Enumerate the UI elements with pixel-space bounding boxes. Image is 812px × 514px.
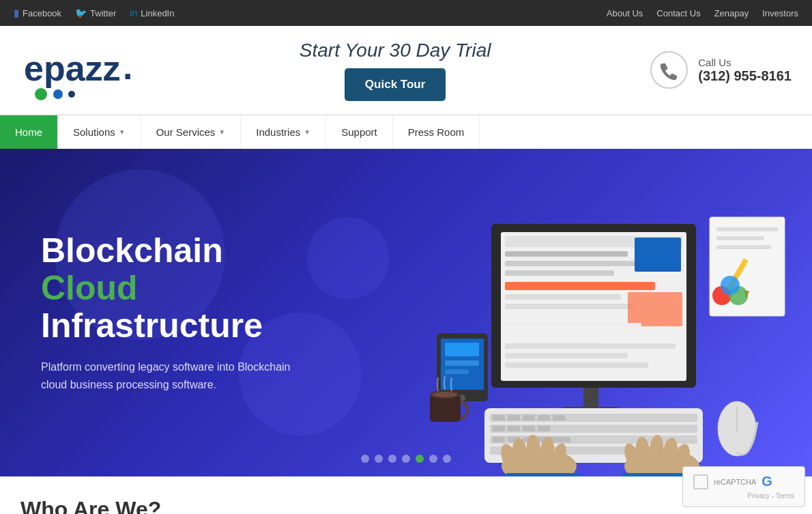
svg-rect-15 (505, 294, 621, 300)
facebook-label: Facebook (23, 8, 61, 18)
svg-point-2 (35, 88, 47, 100)
contact-us-link[interactable]: Contact Us (656, 8, 700, 18)
svg-rect-46 (538, 426, 550, 431)
site-header: epazz . Start Your 30 Day Trial Quick To… (0, 26, 812, 115)
call-label: Call Us (698, 57, 792, 68)
carousel-dots (361, 455, 451, 463)
top-bar: ▮ Facebook 🐦 Twitter in LinkedIn About U… (0, 0, 812, 26)
who-title: Who Are We? (20, 497, 792, 514)
hero-illustration (403, 162, 812, 476)
svg-rect-5 (583, 388, 598, 408)
svg-rect-23 (505, 362, 648, 368)
svg-rect-12 (505, 270, 614, 276)
carousel-dot-1[interactable] (361, 455, 369, 463)
svg-rect-27 (716, 245, 771, 249)
svg-point-74 (433, 392, 457, 397)
hero-title: Blockchain Cloud Infrastructure (41, 232, 328, 345)
svg-text:epazz: epazz (24, 48, 121, 88)
svg-rect-41 (538, 415, 550, 420)
svg-rect-70 (445, 369, 469, 374)
svg-rect-40 (523, 415, 535, 420)
phone-icon (650, 51, 688, 89)
twitter-icon: 🐦 (75, 8, 87, 18)
svg-point-3 (53, 89, 63, 99)
investors-link[interactable]: Investors (762, 8, 798, 18)
facebook-icon: ▮ (14, 8, 19, 18)
hero-section: Blockchain Cloud Infrastructure Platform… (0, 149, 812, 476)
nav-home[interactable]: Home (0, 115, 58, 149)
nav-our-services[interactable]: Our Services ▼ (141, 115, 242, 149)
svg-rect-21 (505, 343, 676, 349)
svg-rect-20 (505, 332, 600, 337)
header-cta: Start Your 30 Day Trial Quick Tour (300, 40, 491, 101)
carousel-dot-4[interactable] (402, 455, 410, 463)
svg-rect-34 (490, 414, 697, 422)
svg-rect-45 (523, 426, 535, 431)
nav-press-room[interactable]: Press Room (393, 115, 480, 149)
quick-tour-button[interactable]: Quick Tour (345, 68, 446, 101)
recaptcha-text: reCAPTCHA (714, 478, 756, 486)
svg-rect-69 (445, 360, 479, 366)
svg-rect-10 (505, 251, 628, 257)
industries-arrow: ▼ (304, 128, 310, 136)
recaptcha-checkbox[interactable] (693, 474, 708, 489)
svg-rect-43 (493, 426, 505, 431)
svg-rect-68 (445, 343, 479, 356)
recaptcha-widget: reCAPTCHA G Privacy - Terms (682, 466, 805, 507)
twitter-label: Twitter (90, 8, 116, 18)
logo-area[interactable]: epazz . (20, 33, 140, 108)
svg-rect-25 (716, 227, 778, 231)
svg-rect-19 (505, 323, 641, 328)
svg-rect-16 (505, 304, 635, 309)
recaptcha-subtext: Privacy - Terms (693, 492, 794, 500)
svg-rect-11 (505, 261, 641, 266)
phone-number: (312) 955-8161 (698, 68, 792, 84)
about-us-link[interactable]: About Us (607, 8, 643, 18)
svg-rect-58 (505, 473, 580, 476)
social-links: ▮ Facebook 🐦 Twitter in LinkedIn (14, 8, 174, 18)
svg-text:.: . (123, 47, 132, 87)
main-nav: Home Solutions ▼ Our Services ▼ Industri… (0, 115, 812, 149)
svg-rect-13 (635, 238, 681, 272)
nav-solutions[interactable]: Solutions ▼ (58, 115, 141, 149)
svg-rect-17 (628, 292, 682, 326)
carousel-dot-5[interactable] (416, 455, 424, 463)
hero-content: Blockchain Cloud Infrastructure Platform… (0, 232, 328, 393)
svg-rect-38 (493, 415, 505, 420)
solutions-arrow: ▼ (119, 128, 126, 136)
svg-rect-18 (505, 314, 607, 319)
recaptcha-logo: G (762, 474, 772, 489)
svg-rect-14 (505, 282, 655, 290)
nav-support[interactable]: Support (326, 115, 393, 149)
svg-rect-47 (493, 437, 505, 442)
nav-industries[interactable]: Industries ▼ (241, 115, 326, 149)
svg-rect-22 (505, 353, 628, 358)
carousel-dot-6[interactable] (429, 455, 437, 463)
top-nav-links: About Us Contact Us Zenapay Investors (607, 8, 798, 18)
twitter-link[interactable]: 🐦 Twitter (75, 8, 116, 18)
carousel-dot-3[interactable] (388, 455, 396, 463)
svg-point-4 (68, 91, 75, 98)
logo-svg: epazz . (20, 33, 140, 108)
svg-rect-42 (553, 415, 565, 420)
header-phone: Call Us (312) 955-8161 (650, 51, 792, 89)
our-services-arrow: ▼ (218, 128, 225, 136)
svg-rect-39 (508, 415, 520, 420)
svg-point-32 (721, 276, 740, 295)
svg-rect-26 (716, 236, 764, 240)
facebook-link[interactable]: ▮ Facebook (14, 8, 61, 18)
carousel-dot-2[interactable] (375, 455, 383, 463)
carousel-dot-7[interactable] (443, 455, 451, 463)
svg-rect-44 (508, 426, 520, 431)
hero-subtitle: Platform converting legacy software into… (41, 358, 314, 393)
svg-rect-72 (430, 395, 461, 422)
svg-rect-35 (490, 425, 697, 433)
call-info: Call Us (312) 955-8161 (698, 57, 792, 84)
zenapay-link[interactable]: Zenapay (714, 8, 749, 18)
linkedin-link[interactable]: in LinkedIn (130, 8, 174, 18)
linkedin-label: LinkedIn (141, 8, 174, 18)
trial-text: Start Your 30 Day Trial (300, 40, 491, 61)
linkedin-icon: in (130, 8, 137, 18)
